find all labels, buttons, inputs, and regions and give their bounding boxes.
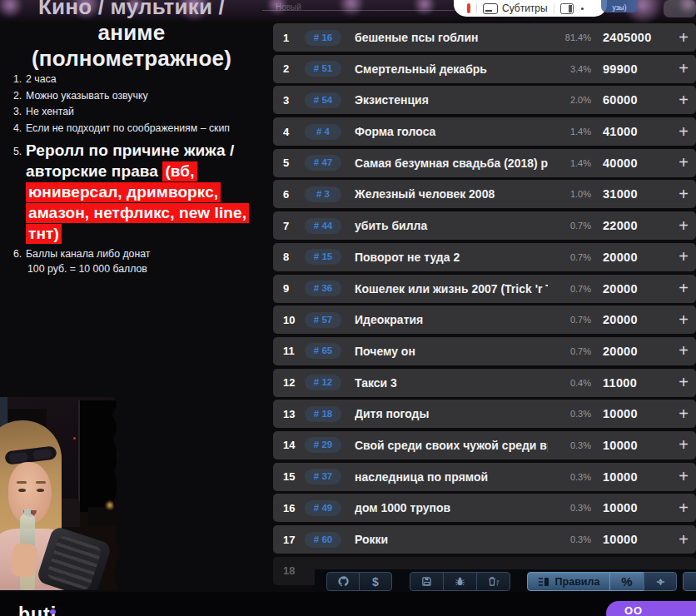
- lot-position: 3: [283, 94, 305, 107]
- more-options-icon[interactable]: [581, 7, 584, 10]
- lot-name-field[interactable]: Поворот не туда 2: [355, 251, 548, 264]
- add-points-button[interactable]: +: [676, 341, 691, 360]
- rule-number: 4.: [13, 122, 26, 137]
- add-points-button[interactable]: +: [676, 185, 691, 204]
- toolbar-divider: [554, 3, 554, 13]
- lot-name-field[interactable]: Рокки: [355, 533, 548, 546]
- rules-button[interactable]: Правила: [527, 572, 610, 591]
- lot-position: 13: [283, 408, 305, 420]
- add-points-button[interactable]: +: [676, 405, 691, 424]
- lot-position: 9: [283, 282, 305, 295]
- lot-value: 40000: [603, 156, 676, 170]
- bug-icon: [455, 576, 465, 587]
- add-points-button[interactable]: +: [676, 153, 691, 172]
- lot-name-field[interactable]: Железный человек 2008: [355, 187, 548, 201]
- lot-percent: 1.4%: [553, 127, 591, 137]
- clear-list-button[interactable]: [476, 572, 510, 591]
- add-points-button[interactable]: +: [676, 310, 691, 330]
- lot-row: 13 # 18 Дитя погоды 0.3% 10000 +: [273, 400, 696, 428]
- auction-title-line: аниме: [5, 20, 258, 46]
- add-points-button[interactable]: +: [676, 28, 691, 47]
- lot-position: 1: [283, 32, 305, 44]
- lot-value: 20000: [603, 282, 676, 296]
- purple-widget-button[interactable]: ОО: [606, 601, 696, 616]
- add-points-button[interactable]: +: [676, 279, 691, 298]
- subtitles-icon[interactable]: [483, 3, 498, 14]
- add-points-button[interactable]: +: [676, 216, 691, 236]
- add-points-button[interactable]: +: [676, 122, 691, 142]
- lot-id-badge: # 29: [305, 437, 341, 453]
- github-icon: [337, 575, 350, 588]
- lot-name-field[interactable]: дом 1000 трупов: [355, 501, 548, 514]
- lot-position: 15: [283, 470, 305, 483]
- lot-name-field[interactable]: Самая безумная свадьба (2018) раз у: [355, 156, 548, 170]
- lot-name-field[interactable]: Почему он: [355, 345, 548, 358]
- add-points-button[interactable]: +: [676, 91, 691, 110]
- lot-list: 1 # 16 бешеные псы гоблин 81.4% 2405000 …: [273, 23, 696, 588]
- bug-report-button[interactable]: [443, 572, 477, 591]
- translate-icon[interactable]: [467, 3, 470, 13]
- rule-number: 6.: [13, 247, 26, 276]
- lot-name-field[interactable]: Дитя погоды: [355, 407, 548, 420]
- chat-tag-text: узы): [612, 3, 626, 12]
- lot-value: 20000: [603, 313, 676, 326]
- rules-button-label: Правила: [555, 576, 600, 588]
- new-lot-input[interactable]: Новый: [262, 0, 462, 11]
- lot-row: 7 # 44 убить билла 0.7% 22000 +: [273, 211, 696, 240]
- lot-percent: 1.4%: [553, 158, 591, 168]
- lot-value: 20000: [603, 251, 676, 264]
- add-points-button[interactable]: +: [676, 435, 691, 455]
- collapse-panel-button[interactable]: [644, 572, 677, 591]
- donations-button[interactable]: $: [359, 572, 392, 591]
- lot-value: 20000: [603, 345, 676, 358]
- auction-rules-list: 1.2 часа2.Можно указывать озвучку3.Не хе…: [13, 72, 266, 278]
- lot-id-badge: # 3: [305, 186, 341, 202]
- lot-name-field[interactable]: Кошелек или жизнь 2007 (Trick 'r Tre: [355, 282, 548, 296]
- add-points-button[interactable]: +: [676, 247, 691, 266]
- rule-item: 3.Не хентай: [13, 105, 266, 120]
- rule-item: 6.Баллы канала либо донат100 руб. = 10 0…: [13, 247, 266, 276]
- add-points-button[interactable]: +: [676, 373, 691, 392]
- github-button[interactable]: [326, 572, 360, 591]
- rule-item: 2.Можно указывать озвучку: [13, 89, 266, 104]
- lot-id-badge: # 44: [305, 218, 341, 234]
- streamer-eye: [37, 489, 44, 492]
- lot-id-badge: # 37: [305, 469, 341, 484]
- auction-control-bar: $: [0, 571, 696, 593]
- lot-name-field[interactable]: бешеные псы гоблин: [355, 31, 548, 44]
- webcam-standby-light: [73, 437, 76, 440]
- rule-number: 5.: [13, 140, 26, 244]
- picture-in-picture-icon[interactable]: [560, 3, 574, 14]
- lot-name-field[interactable]: Экзистенция: [355, 93, 548, 107]
- lot-name-field[interactable]: Такси 3: [355, 376, 548, 390]
- lot-name-field[interactable]: Свой среди своих чужой среди враг: [355, 439, 548, 452]
- lot-name-field[interactable]: наследница по прямой: [355, 470, 548, 484]
- rule-item: 5.Реролл по причине жижа / авторские пра…: [13, 140, 266, 244]
- add-points-button[interactable]: +: [676, 59, 691, 78]
- lot-position: 8: [283, 251, 305, 263]
- lot-position: 11: [283, 345, 305, 357]
- lot-percent: 81.4%: [553, 32, 591, 42]
- lot-name-field[interactable]: убить билла: [355, 219, 548, 232]
- percent-toggle-button[interactable]: %: [609, 572, 644, 591]
- subtitles-button[interactable]: Субтитры: [502, 2, 548, 14]
- lot-name-field[interactable]: Форма голоса: [355, 125, 548, 138]
- lot-value: 11000: [603, 376, 676, 390]
- bottom-band: buti ОО: [0, 592, 696, 616]
- search-pill[interactable]: [664, 0, 696, 17]
- lot-row: 9 # 36 Кошелек или жизнь 2007 (Trick 'r …: [273, 275, 696, 303]
- lot-percent: 0.3%: [553, 503, 591, 513]
- edge-button[interactable]: [683, 572, 696, 591]
- rule-text: Реролл по причине жижа / авторские права…: [26, 140, 266, 244]
- browser-video-toolbar: Субтитры: [454, 0, 607, 17]
- lot-value: 41000: [603, 125, 676, 138]
- toolbar-divider: [476, 3, 477, 13]
- lot-id-badge: # 47: [305, 155, 341, 171]
- add-points-button[interactable]: +: [676, 530, 691, 549]
- lot-row: 16 # 49 дом 1000 трупов 0.3% 10000 +: [273, 494, 696, 522]
- save-button[interactable]: [410, 572, 444, 591]
- lot-name-field[interactable]: Смертельный декабрь: [355, 62, 548, 76]
- lot-name-field[interactable]: Идеократия: [355, 313, 548, 326]
- add-points-button[interactable]: +: [676, 467, 691, 486]
- add-points-button[interactable]: +: [676, 499, 691, 518]
